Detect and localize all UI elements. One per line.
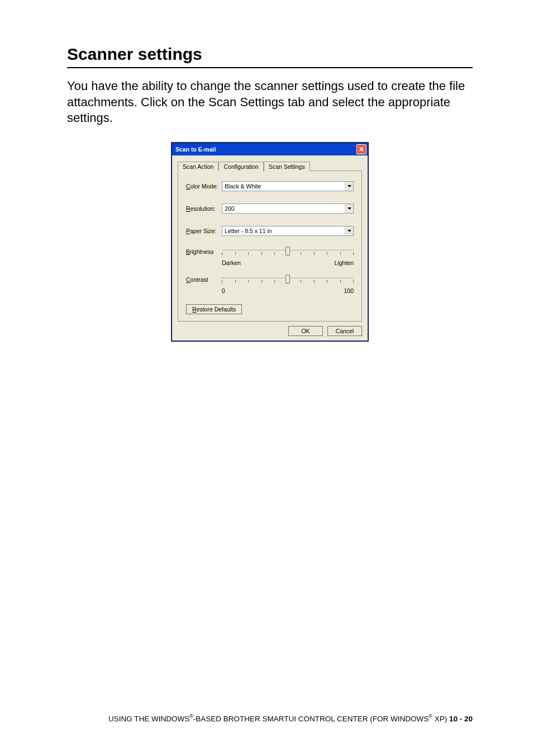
brightness-label: Brightness — [186, 248, 222, 255]
contrast-right-label: 100 — [344, 287, 354, 294]
footer-text-b: -BASED BROTHER SMARTUI CONTROL CENTER (F… — [193, 714, 429, 722]
cancel-button[interactable]: Cancel — [327, 326, 362, 336]
svg-marker-2 — [348, 230, 351, 232]
color-mode-label: Color Mode: — [186, 183, 222, 190]
ok-button[interactable]: OK — [288, 326, 323, 336]
registered-mark: ® — [429, 714, 432, 719]
dialog-title: Scan to E-mail — [175, 146, 216, 153]
dropdown-button[interactable] — [345, 204, 353, 213]
contrast-left-label: 0 — [222, 287, 225, 294]
tab-label: Scan Action — [183, 163, 213, 170]
restore-defaults-button[interactable]: Restore Defaults — [186, 304, 242, 314]
color-mode-combo[interactable]: Black & White — [222, 181, 354, 191]
paper-size-combo[interactable]: Letter - 8.5 x 11 in — [222, 226, 354, 236]
footer-text-c: XP) — [432, 714, 449, 722]
slider-thumb[interactable] — [285, 275, 290, 284]
tab-label: Scan Settings — [269, 163, 305, 170]
brightness-slider[interactable] — [222, 248, 354, 258]
chevron-down-icon — [348, 230, 351, 232]
tab-configuration[interactable]: Configuration — [218, 162, 263, 171]
resolution-value: 200 — [222, 204, 345, 213]
tab-scan-action[interactable]: Scan Action — [178, 162, 218, 171]
tab-scan-settings[interactable]: Scan Settings — [264, 162, 310, 172]
chevron-down-icon — [348, 207, 351, 210]
heading-rule — [67, 67, 473, 68]
titlebar: Scan to E-mail ✕ — [172, 143, 368, 155]
page-number: 10 - 20 — [449, 714, 473, 722]
slider-thumb[interactable] — [285, 247, 290, 256]
svg-marker-1 — [348, 207, 351, 210]
contrast-label: Contrast — [186, 276, 222, 283]
body-paragraph: You have the ability to change the scann… — [67, 78, 473, 126]
paper-size-value: Letter - 8.5 x 11 in — [222, 226, 345, 235]
close-button[interactable]: ✕ — [356, 144, 367, 154]
registered-mark: ® — [189, 714, 193, 719]
dropdown-button[interactable] — [345, 182, 353, 191]
tab-panel-scan-settings: Color Mode: Black & White Resolution: 20… — [178, 171, 362, 322]
brightness-right-label: Lighten — [335, 259, 354, 266]
resolution-combo[interactable]: 200 — [222, 204, 354, 214]
resolution-label: Resolution: — [186, 205, 222, 212]
chevron-down-icon — [348, 185, 351, 187]
contrast-slider[interactable] — [222, 276, 354, 286]
tab-label: Configuration — [223, 163, 258, 170]
color-mode-value: Black & White — [222, 182, 345, 191]
scan-to-email-dialog: Scan to E-mail ✕ Scan Action Configurati… — [171, 142, 369, 342]
paper-size-label: Paper Size: — [186, 228, 222, 234]
svg-marker-0 — [348, 185, 351, 187]
brightness-left-label: Darken — [222, 259, 241, 266]
page-footer: USING THE WINDOWS®-BASED BROTHER SMARTUI… — [108, 714, 473, 723]
footer-text-a: USING THE WINDOWS — [108, 714, 189, 722]
tab-strip: Scan Action Configuration Scan Settings — [178, 160, 362, 171]
section-heading: Scanner settings — [67, 45, 473, 64]
close-icon: ✕ — [359, 146, 364, 153]
dropdown-button[interactable] — [345, 226, 353, 235]
